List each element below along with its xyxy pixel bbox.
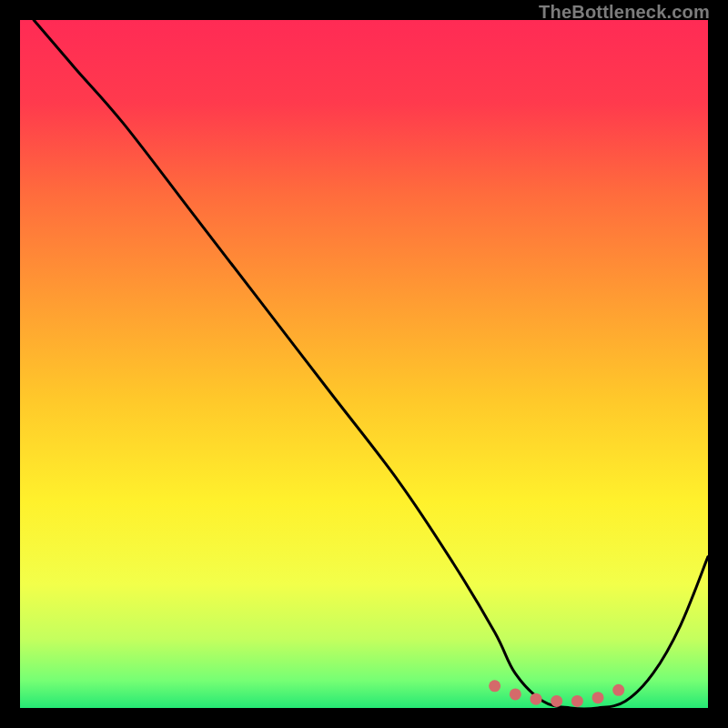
optimal-range-dot [592, 692, 604, 703]
chart-stage: TheBottleneck.com [0, 0, 728, 728]
plot-area [20, 20, 708, 708]
optimal-range-dot [489, 680, 500, 692]
watermark-text: TheBottleneck.com [539, 2, 710, 23]
optimal-range-dot [510, 688, 521, 700]
optimal-range-dot [531, 693, 542, 705]
optimal-range-dot [612, 684, 624, 696]
optimal-range-dot [571, 695, 583, 707]
optimal-range-dot [551, 695, 562, 707]
plot-svg [20, 20, 708, 708]
